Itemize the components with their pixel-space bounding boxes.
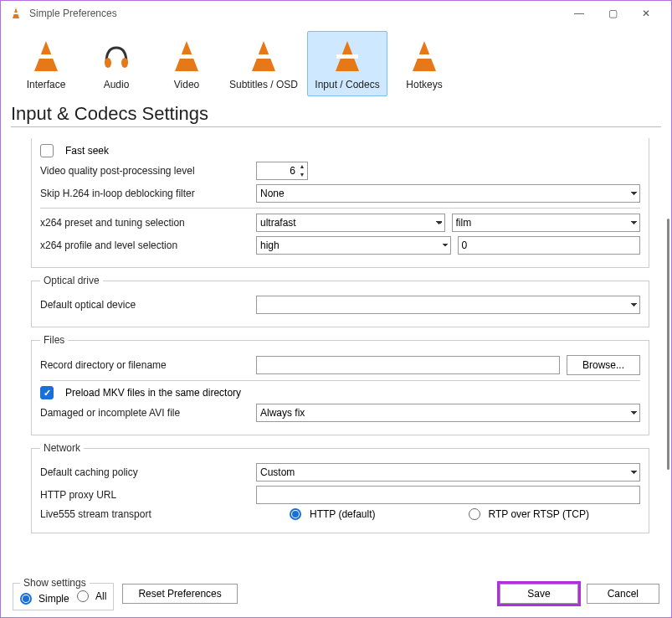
cone-key-icon [392,35,457,77]
spin-down-icon: ▼ [297,171,307,179]
skip-filter-select[interactable]: None [256,184,640,203]
headphones-icon [84,35,149,77]
record-input[interactable] [256,356,560,374]
x264-level-input[interactable] [458,236,641,255]
live555-rtp-radio[interactable] [469,508,480,520]
record-label: Record directory or filename [40,359,249,371]
show-all-label: All [95,590,106,602]
fast-seek-checkbox[interactable] [40,144,54,157]
proxy-label: HTTP proxy URL [40,489,249,501]
cancel-button[interactable]: Cancel [587,584,659,604]
scrollbar[interactable] [667,219,669,470]
cone-note-icon [224,35,303,77]
category-video[interactable]: Video [153,31,220,96]
default-device-select[interactable] [256,296,640,314]
x264-profile-select[interactable]: high [256,236,451,255]
network-group: Network Default caching policy Custom HT… [31,442,649,533]
codecs-separator [40,208,640,209]
pp-level-label: Video quality post-processing level [40,165,249,177]
cone-icon [13,35,79,77]
caching-select[interactable]: Custom [256,463,640,482]
proxy-input[interactable] [256,486,640,504]
reset-button[interactable]: Reset Preferences [122,584,237,604]
caching-label: Default caching policy [40,466,249,478]
files-separator [40,380,640,381]
live555-http-label: HTTP (default) [310,508,375,520]
x264-profile-label: x264 profile and level selection [40,239,249,251]
avi-select[interactable]: Always fix [256,404,640,422]
category-interface[interactable]: Interface [13,31,80,96]
title-separator [11,126,661,127]
svg-point-3 [121,58,128,68]
preload-mkv-checkbox[interactable] [40,386,54,399]
category-input-codecs[interactable]: Input / Codecs [307,31,387,96]
vlc-icon [9,7,23,20]
category-subtitles[interactable]: Subtitles / OSD [223,31,304,96]
pp-level-spinner[interactable]: ▲▼ [256,162,308,180]
close-button[interactable]: ✕ [629,2,663,25]
svg-point-2 [105,58,111,68]
live555-rtp-label: RTP over RTSP (TCP) [489,508,589,520]
footer: Show settings Simple All Reset Preferenc… [1,570,671,617]
x264-preset-label: x264 preset and tuning selection [40,217,249,229]
browse-button[interactable]: Browse... [567,355,640,375]
optical-group: Optical drive Default optical device [31,275,649,327]
settings-scroll-area[interactable]: Fast seek Video quality post-processing … [9,138,663,564]
cone-glasses-icon [154,35,219,77]
save-button[interactable]: Save [500,584,577,604]
category-audio[interactable]: Audio [83,31,150,96]
network-legend: Network [40,442,84,454]
fast-seek-label: Fast seek [65,145,109,157]
maximize-button[interactable]: ▢ [596,2,629,25]
spin-up-icon: ▲ [297,162,307,171]
minimize-button[interactable]: — [562,2,596,25]
live555-label: Live555 stream transport [40,508,249,520]
codecs-group: Fast seek Video quality post-processing … [31,138,649,268]
default-device-label: Default optical device [40,299,249,311]
x264-preset-select[interactable]: ultrafast [256,214,445,232]
svg-rect-1 [14,13,18,14]
titlebar: Simple Preferences — ▢ ✕ [1,1,671,26]
show-settings-group: Show settings Simple All [13,577,114,610]
files-legend: Files [40,334,68,346]
show-simple-label: Simple [38,593,69,605]
optical-legend: Optical drive [40,275,103,286]
show-simple-radio[interactable] [20,593,32,605]
window-title: Simple Preferences [29,8,562,19]
live555-http-radio[interactable] [290,508,301,520]
category-hotkeys[interactable]: Hotkeys [391,31,458,96]
preload-mkv-label: Preload MKV files in the same directory [65,387,241,399]
show-settings-legend: Show settings [20,577,90,589]
avi-label: Damaged or incomplete AVI file [40,407,249,419]
cone-cable-icon [308,35,387,77]
category-bar: Interface Audio Video Subtitles / OSD In… [1,26,671,96]
show-all-radio[interactable] [77,590,89,602]
files-group: Files Record directory or filename Brows… [31,334,649,435]
skip-filter-label: Skip H.264 in-loop deblocking filter [40,188,249,199]
page-title: Input & Codecs Settings [1,96,671,126]
x264-tune-select[interactable]: film [452,214,641,232]
